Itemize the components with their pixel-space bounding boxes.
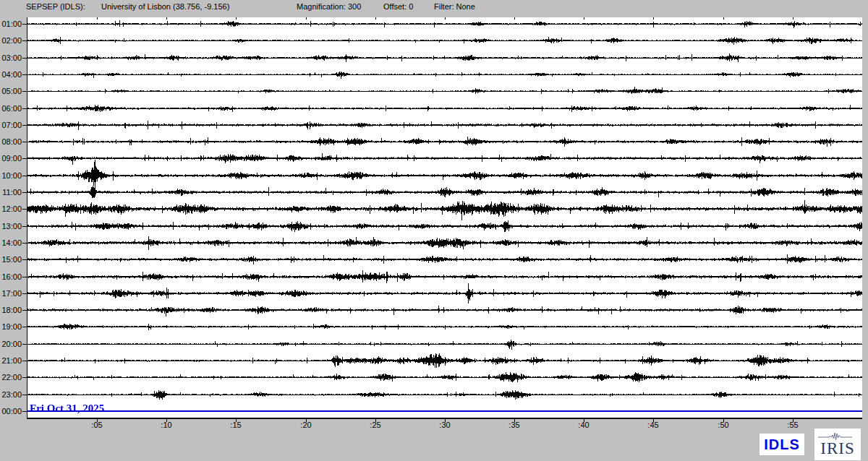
hour-label: 15:00 [0, 255, 22, 264]
hour-tick [22, 142, 27, 142]
hour-label: 06:00 [0, 104, 22, 113]
hour-label: 16:00 [0, 272, 22, 281]
hour-tick [22, 58, 27, 59]
hour-tick [22, 361, 27, 361]
time-tick-label: :25 [370, 421, 380, 429]
hour-label: 07:00 [0, 121, 22, 129]
date-label: Fri Oct 31, 2025 [30, 402, 104, 415]
hour-tick [22, 377, 27, 378]
hour-tick [22, 158, 27, 159]
hour-tick [22, 243, 27, 244]
hour-tick [22, 226, 27, 227]
hour-label: 00:00 [0, 407, 22, 415]
idls-logo[interactable]: IDLS [760, 434, 804, 455]
hour-tick [22, 327, 27, 327]
hour-label: 12:00 [0, 204, 22, 213]
hour-label: 05:00 [0, 87, 22, 95]
hour-tick [22, 24, 27, 25]
hour-tick [22, 125, 27, 126]
magnification-label: Magnification: 300 [297, 2, 361, 11]
hour-tick [22, 293, 27, 294]
hour-tick [22, 310, 27, 311]
hour-label: 03:00 [0, 53, 22, 62]
hour-label: 10:00 [0, 171, 22, 180]
hour-tick [22, 192, 27, 193]
hour-tick [22, 277, 27, 277]
helicorder-plot: Fri Oct 31, 2025 [27, 17, 862, 419]
hour-tick [22, 74, 27, 75]
hour-tick [22, 40, 27, 41]
time-tick-label: :05 [91, 421, 102, 429]
hour-tick [22, 395, 27, 395]
station-location: University of Lisbon (38.756, -9.156) [101, 2, 229, 11]
idls-logo-text: IDLS [764, 436, 800, 453]
iris-logo-text: IRIS [820, 441, 854, 456]
hour-tick [22, 176, 27, 176]
hour-label: 22:00 [0, 373, 22, 382]
idls-helicorder-window: SEPSEP (IDLS): University of Lisbon (38.… [0, 0, 868, 461]
time-tick-label: :55 [787, 421, 798, 429]
hour-tick [22, 209, 27, 210]
hour-label: 23:00 [0, 390, 22, 399]
time-tick-label: :20 [300, 421, 311, 429]
iris-logo[interactable]: IRIS [814, 428, 861, 460]
hour-tick [22, 344, 27, 345]
hour-tick [22, 411, 27, 412]
time-tick-label: :15 [230, 421, 241, 429]
time-tick-label: :50 [718, 421, 728, 429]
time-tick-label: :10 [161, 421, 171, 429]
time-tick-label: :45 [647, 421, 658, 429]
hour-label: 01:00 [0, 20, 22, 28]
hour-label: 08:00 [0, 137, 22, 146]
hour-label: 21:00 [0, 356, 22, 365]
station-label: SEPSEP (IDLS): [26, 2, 85, 11]
hour-tick [22, 259, 27, 260]
offset-label: Offset: 0 [383, 2, 413, 11]
time-tick-label: :35 [509, 421, 519, 429]
hour-label: 17:00 [0, 289, 22, 298]
hour-label: 09:00 [0, 154, 22, 163]
hour-label: 20:00 [0, 340, 22, 348]
hour-tick [22, 108, 27, 109]
hour-label: 13:00 [0, 222, 22, 231]
hour-label: 19:00 [0, 322, 22, 331]
hour-tick [22, 91, 27, 92]
hour-label: 02:00 [0, 36, 22, 45]
hour-label: 04:00 [0, 70, 22, 79]
hour-label: 18:00 [0, 306, 22, 314]
time-tick-label: :30 [439, 421, 450, 429]
hour-label: 14:00 [0, 238, 22, 247]
hour-label: 11:00 [0, 188, 22, 197]
time-tick-label: :40 [578, 421, 589, 429]
trace-canvas[interactable] [27, 17, 862, 418]
filter-label: Filter: None [434, 2, 475, 11]
